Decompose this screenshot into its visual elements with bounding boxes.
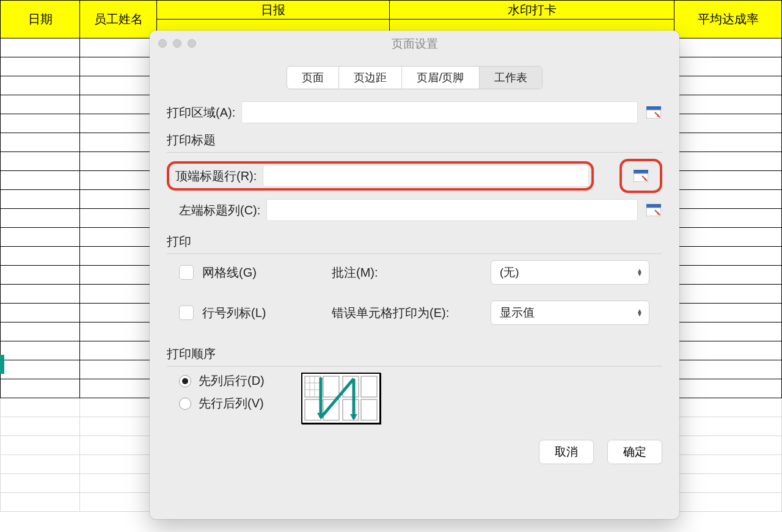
radio-icon <box>179 398 191 410</box>
svg-rect-2 <box>634 170 648 173</box>
print-area-row: 打印区域(A): <box>167 101 662 123</box>
comments-label: 批注(M): <box>332 264 491 281</box>
tab-sheet[interactable]: 工作表 <box>480 67 542 89</box>
ok-button[interactable]: 确定 <box>607 440 662 464</box>
print-area-label: 打印区域(A): <box>167 104 235 121</box>
checkbox-icon <box>179 265 194 280</box>
top-title-rows-row: 顶端标题行(R): <box>167 159 662 193</box>
order-over-down-label: 先行后列(V) <box>199 395 264 412</box>
page-setup-dialog: 页面设置 页面 页边距 页眉/页脚 工作表 打印区域(A): 打印标题 顶端标题… <box>150 31 679 519</box>
svg-rect-13 <box>361 399 377 420</box>
tab-header-footer[interactable]: 页眉/页脚 <box>402 67 479 89</box>
gridlines-checkbox[interactable]: 网格线(G) <box>179 264 332 281</box>
svg-rect-12 <box>343 399 359 420</box>
svg-rect-1 <box>646 110 661 118</box>
errors-value: 显示值 <box>500 305 535 321</box>
col-header-employee: 员工姓名 <box>80 1 156 38</box>
order-over-down-radio[interactable]: 先行后列(V) <box>179 395 265 412</box>
col-header-watermark: 水印打卡 <box>389 1 674 20</box>
print-order-row: 先列后行(D) 先行后列(V) <box>167 373 662 424</box>
left-cols-label: 左端标题列(C): <box>179 202 260 219</box>
select-arrows-icon: ▲▼ <box>637 309 643 316</box>
col-header-date: 日期 <box>1 1 80 38</box>
print-section: 打印 <box>167 233 662 250</box>
checkbox-icon <box>179 305 194 320</box>
cancel-button[interactable]: 取消 <box>539 440 594 464</box>
errors-label: 错误单元格打印为(E): <box>332 305 491 321</box>
left-title-cols-row: 左端标题列(C): <box>167 199 662 221</box>
svg-rect-10 <box>305 399 321 420</box>
top-rows-input[interactable] <box>263 165 589 187</box>
top-rows-label: 顶端标题行(R): <box>175 168 257 184</box>
col-header-avg-rate: 平均达成率 <box>674 1 782 38</box>
svg-rect-3 <box>634 173 648 182</box>
dialog-titlebar: 页面设置 <box>150 31 679 57</box>
header-row-1: 日期 员工姓名 日报 水印打卡 平均达成率 <box>1 1 782 20</box>
comments-select[interactable]: (无) ▲▼ <box>491 260 649 285</box>
col-header-daily-report: 日报 <box>156 1 389 20</box>
select-arrows-icon: ▲▼ <box>637 269 643 276</box>
close-icon[interactable] <box>158 39 167 48</box>
rowcol-headings-label: 行号列标(L) <box>202 305 266 321</box>
radio-icon <box>179 375 191 387</box>
zoom-icon[interactable] <box>188 39 196 48</box>
svg-rect-0 <box>646 106 661 110</box>
svg-rect-5 <box>646 208 661 216</box>
svg-rect-6 <box>305 376 321 397</box>
selected-cell-indicator <box>0 355 4 374</box>
tab-margins[interactable]: 页边距 <box>339 67 402 89</box>
left-cols-input[interactable] <box>266 199 638 221</box>
print-area-input[interactable] <box>241 101 638 123</box>
window-controls <box>158 39 196 48</box>
dialog-body: 打印区域(A): 打印标题 顶端标题行(R): <box>150 89 679 424</box>
svg-rect-4 <box>646 204 661 208</box>
dialog-title: 页面设置 <box>150 36 679 52</box>
svg-rect-7 <box>323 376 339 397</box>
errors-select[interactable]: 显示值 ▲▼ <box>491 301 649 325</box>
print-titles-section: 打印标题 <box>167 132 662 148</box>
rowcol-headings-checkbox[interactable]: 行号列标(L) <box>179 305 332 321</box>
gridlines-label: 网格线(G) <box>202 264 257 281</box>
range-picker-icon[interactable] <box>645 203 662 217</box>
print-order-preview-icon <box>301 373 381 424</box>
range-picker-icon[interactable] <box>632 169 649 183</box>
dialog-tabs: 页面 页边距 页眉/页脚 工作表 <box>150 66 679 89</box>
order-down-over-label: 先列后行(D) <box>199 373 265 389</box>
print-options: 网格线(G) 批注(M): (无) ▲▼ 行号列标(L) 错误单元格打印为(E)… <box>167 260 662 325</box>
dialog-footer: 取消 确定 <box>150 424 679 480</box>
print-order-section: 打印顺序 <box>167 346 662 362</box>
order-down-over-radio[interactable]: 先列后行(D) <box>179 373 265 389</box>
minimize-icon[interactable] <box>173 39 181 48</box>
range-picker-icon[interactable] <box>645 105 662 120</box>
comments-value: (无) <box>500 264 519 280</box>
svg-rect-9 <box>361 376 377 397</box>
tab-page[interactable]: 页面 <box>287 67 339 89</box>
